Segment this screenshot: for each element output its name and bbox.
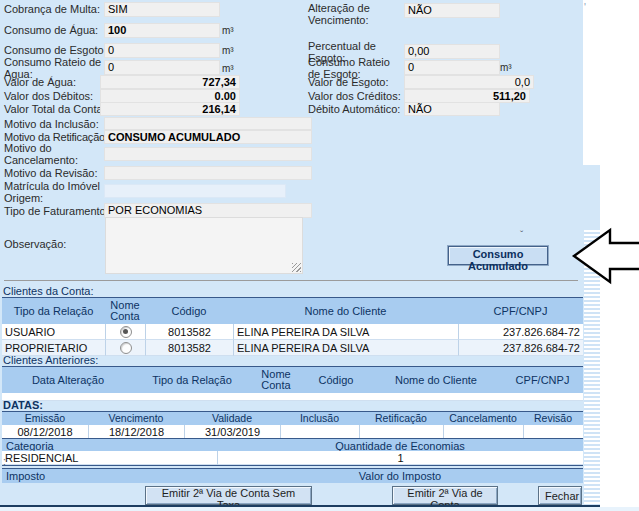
clientes-anteriores-title: Clientes Anteriores: [3, 354, 98, 366]
cliente-tipo: USUARIO [2, 324, 105, 340]
datas-title: DATAS: [3, 399, 43, 411]
resize-grip-icon[interactable] [292, 263, 301, 272]
left-arrow-annotation-icon [570, 226, 639, 286]
clientes-anteriores-table: Data Alteração Tipo da Relação Nome Cont… [2, 366, 583, 401]
page-bottom-strip [0, 507, 639, 511]
qtd-economias-value: 1 [217, 451, 583, 465]
col-header-codigo: Código [145, 298, 233, 324]
cliente-cpf: 237.826.684-72 [458, 340, 583, 356]
col-header-cpf-cnpj: CPF/CNPJ [502, 367, 583, 393]
valor-debitos-label: Valor dos Débitos: [4, 91, 93, 103]
caret-artifact: ˇ [520, 230, 523, 241]
data-validade: 31/03/2019 [184, 425, 280, 439]
valor-esgoto-field[interactable]: 0,0 [404, 75, 534, 89]
clientes-conta-title: Clientes da Conta: [3, 285, 94, 297]
debito-automatico-label: Débito Automático: [308, 104, 400, 116]
motivo-revisao-label: Motivo da Revisão: [4, 168, 98, 180]
cliente-cpf: 237.826.684-72 [458, 324, 583, 340]
motivo-retificacao-field[interactable]: CONSUMO ACUMULADO [104, 130, 312, 144]
valor-debitos-field[interactable]: 0.00 [100, 89, 240, 103]
data-retificacao [359, 425, 443, 439]
categoria-header-bar: Categoria Quantidade de Economias [2, 438, 583, 452]
col-header-imposto: Imposto [2, 469, 217, 483]
nome-conta-radio-cell [105, 340, 145, 356]
consumo-agua-field[interactable]: 100 [104, 23, 220, 38]
categoria-value: RESIDENCIAL [2, 451, 217, 465]
col-header-inclusao: Inclusão [280, 412, 359, 425]
data-inclusao [280, 425, 359, 439]
motivo-revisao-field[interactable] [104, 166, 312, 180]
data-emissao: 08/12/2018 [2, 425, 88, 439]
consumo-rateio-esgoto-field[interactable]: 0 [404, 60, 500, 75]
datas-table: Emissão Vencimento Validade Inclusão Ret… [2, 411, 583, 439]
col-header-revisao: Revisão [523, 412, 583, 425]
valor-creditos-label: Valor dos Créditos: [308, 91, 401, 103]
nome-conta-radio[interactable] [120, 342, 132, 354]
observacao-label: Observação: [4, 239, 66, 251]
emitir-via-sem-taxa-button[interactable]: Emitir 2ª Via de Conta Sem Taxa [145, 486, 312, 505]
col-header-nome-conta: Nome Conta [105, 298, 145, 324]
percentual-esgoto-field[interactable]: 0,00 [404, 44, 500, 59]
motivo-cancelamento-label: Motivo do Cancelamento: [4, 143, 106, 166]
col-header-vencimento: Vencimento [88, 412, 184, 425]
valor-agua-field[interactable]: 727,34 [100, 75, 240, 89]
tipo-faturamento-field[interactable]: POR ECONOMIAS [104, 203, 312, 218]
consumo-agua-label: Consumo de Água: [4, 25, 98, 37]
col-header-nome-conta: Nome Conta [250, 367, 302, 393]
nome-conta-radio-selected[interactable] [120, 326, 132, 338]
col-header-nome-cliente: Nome do Cliente [370, 367, 502, 393]
col-header-codigo: Código [302, 367, 370, 393]
col-header-valor-imposto: Valor do Imposto [217, 469, 583, 483]
col-header-cancelamento: Cancelamento [443, 412, 523, 425]
col-header-tipo-relacao: Tipo da Relação [2, 298, 105, 324]
motivo-cancelamento-field[interactable] [104, 147, 312, 161]
col-header-tipo-relacao: Tipo da Relação [134, 367, 250, 393]
categoria-table: RESIDENCIAL 1 [2, 451, 583, 466]
consumo-rateio-esgoto-unit: m³ [500, 62, 512, 73]
valor-esgoto-label: Valor de Esgoto: [308, 77, 389, 89]
col-header-cpf-cnpj: CPF/CNPJ [458, 298, 583, 324]
col-header-retificacao: Retificação [359, 412, 443, 425]
debito-automatico-field[interactable]: NÃO [404, 102, 500, 116]
billing-detail-page: Cobrança de Multa: SIM Consumo de Água: … [0, 0, 639, 511]
cobranca-multa-label: Cobrança de Multa: [4, 4, 100, 16]
consumo-rateio-agua-field[interactable]: 0 [104, 60, 220, 75]
tick-artifact: ' [584, 2, 586, 13]
fechar-button[interactable]: Fechar [538, 486, 582, 505]
consumo-esgoto-unit: m³ [222, 45, 234, 56]
nome-conta-radio-cell [105, 324, 145, 340]
tipo-faturamento-label: Tipo de Faturamento: [4, 206, 109, 218]
valor-agua-label: Valor de Água: [4, 77, 76, 89]
data-revisao [523, 425, 583, 439]
consumo-acumulado-button[interactable]: Consumo Acumulado [448, 246, 548, 265]
empty-row [2, 393, 583, 401]
data-cancelamento [443, 425, 523, 439]
consumo-rateio-agua-unit: m³ [222, 63, 234, 74]
cliente-nome: ELINA PEREIRA DA SILVA [233, 324, 458, 340]
matricula-imovel-label: Matrícula do Imóvel Origem: [4, 181, 106, 204]
col-header-data-alteracao: Data Alteração [2, 367, 134, 393]
alteracao-vencimento-label: Alteração de Vencimento: [308, 3, 403, 26]
col-header-nome-cliente: Nome do Cliente [233, 298, 458, 324]
alteracao-vencimento-field[interactable]: NÃO [404, 3, 500, 18]
valor-total-field[interactable]: 216,14 [100, 102, 240, 116]
consumo-agua-unit: m³ [222, 25, 234, 36]
cobranca-multa-field[interactable]: SIM [104, 2, 220, 17]
motivo-inclusao-label: Motivo da Inclusão: [4, 119, 99, 131]
cliente-codigo: 8013582 [145, 340, 233, 356]
imposto-header-bar: Imposto Valor do Imposto [2, 468, 583, 483]
consumo-esgoto-field[interactable]: 0 [104, 43, 220, 58]
valor-creditos-field[interactable]: 511,20 [404, 89, 530, 103]
data-vencimento: 18/12/2018 [88, 425, 184, 439]
observacao-textarea[interactable] [105, 217, 303, 274]
clientes-conta-table: Tipo da Relação Nome Conta Código Nome d… [2, 297, 583, 356]
valor-total-label: Valor Total da Conta: [4, 104, 106, 116]
matricula-imovel-field[interactable] [104, 184, 286, 198]
consumo-esgoto-label: Consumo de Esgoto: [4, 45, 107, 57]
colon-artifact: : [3, 456, 6, 467]
col-header-validade: Validade [184, 412, 280, 425]
motivo-inclusao-field[interactable] [104, 117, 312, 130]
col-header-emissao: Emissão [2, 412, 88, 425]
emitir-via-button[interactable]: Emitir 2ª Via de Conta [392, 486, 498, 505]
cliente-nome: ELINA PEREIRA DA SILVA [233, 340, 458, 356]
